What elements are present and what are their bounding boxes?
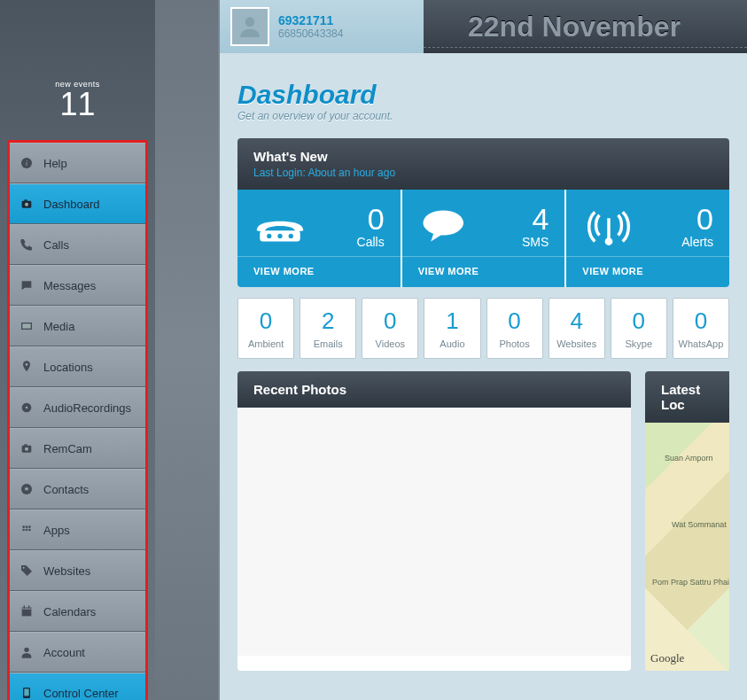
small-tile-label: Videos: [364, 338, 416, 349]
whats-new-header: What's New Last Login: About an hour ago: [237, 138, 729, 190]
tag-icon: [19, 563, 35, 579]
sidebar-item-media[interactable]: Media: [10, 306, 145, 346]
svg-point-25: [24, 648, 28, 652]
sidebar-item-label: Apps: [43, 524, 70, 537]
date-display: 22nd November: [424, 11, 747, 43]
map-place: Suan Amporn: [665, 454, 713, 463]
phone-big-icon: [253, 204, 307, 248]
sidebar-item-label: Control Center: [43, 687, 119, 700]
big-tile-number: 4: [522, 202, 549, 237]
message-icon: [19, 277, 35, 293]
svg-rect-27: [24, 688, 28, 696]
user-block[interactable]: 69321711 66850643384: [220, 0, 424, 53]
big-tile-number: 0: [357, 202, 385, 237]
svg-rect-23: [24, 605, 25, 608]
svg-point-28: [245, 17, 255, 27]
small-tile-label: Audio: [426, 338, 478, 349]
big-tile-number: 0: [681, 202, 713, 237]
user-sub: 66850643384: [278, 27, 343, 40]
small-tile-label: Photos: [489, 338, 541, 349]
sidebar-item-label: RemCam: [43, 442, 92, 455]
sidebar-item-messages[interactable]: Messages: [10, 265, 145, 306]
person-icon: [236, 12, 264, 41]
svg-rect-6: [22, 323, 30, 328]
big-tile-label: SMS: [522, 235, 549, 249]
small-tile-label: Emails: [302, 338, 354, 349]
sidebar-item-audiorecordings[interactable]: AudioRecordings: [10, 387, 145, 428]
whats-new-title: What's New: [253, 149, 328, 164]
apps-icon: [19, 522, 35, 538]
small-tile-label: Skype: [613, 338, 665, 349]
sidebar-item-label: Locations: [43, 361, 93, 374]
sidebar-item-label: Messages: [43, 279, 96, 292]
info-icon: i: [19, 155, 35, 171]
main-area: 69321711 66850643384 22nd November Dashb…: [218, 0, 747, 700]
sidebar-item-calendars[interactable]: Calendars: [10, 591, 145, 632]
svg-rect-12: [24, 444, 27, 446]
hero: Dashboard Get an overview of your accoun…: [220, 53, 747, 138]
small-tile-videos[interactable]: 0Videos: [362, 298, 418, 359]
sidebar-item-apps[interactable]: Apps: [10, 509, 145, 550]
sidebar-item-websites[interactable]: Websites: [10, 550, 145, 591]
view-more-link[interactable]: VIEW MORE: [566, 256, 729, 285]
svg-point-33: [423, 210, 463, 235]
svg-point-35: [607, 238, 611, 243]
map-attribution: Google: [650, 651, 684, 665]
phone-icon: [19, 237, 35, 253]
sidebar-item-control-center[interactable]: Control Center: [10, 673, 145, 700]
small-tiles-row: 0Ambient2Emails0Videos1Audio0Photos4Webs…: [237, 298, 729, 359]
disc-icon: [19, 400, 35, 416]
small-tile-number: 4: [551, 307, 603, 335]
person-icon: [19, 644, 35, 660]
sidebar-item-label: Media: [43, 320, 74, 333]
svg-point-31: [277, 233, 282, 237]
svg-point-20: [23, 567, 25, 569]
map-body[interactable]: Suan Amporn Wat Sommanat Pom Prap Sattru…: [645, 423, 729, 671]
sidebar-item-label: Contacts: [43, 483, 89, 496]
svg-rect-22: [22, 607, 32, 610]
small-tile-photos[interactable]: 0Photos: [486, 298, 543, 359]
sidebar-item-locations[interactable]: Locations: [10, 346, 145, 387]
svg-rect-24: [28, 605, 29, 608]
latest-location-header: Latest Loc: [645, 371, 729, 423]
sidebar-item-label: Calendars: [43, 605, 96, 618]
small-tile-number: 0: [675, 307, 727, 335]
map-place: Wat Sommanat: [672, 520, 727, 529]
svg-point-9: [26, 407, 28, 409]
contacts-icon: [19, 481, 35, 497]
page-title: Dashboard: [237, 80, 729, 110]
calendar-icon: [19, 603, 35, 619]
sidebar-item-calls[interactable]: Calls: [10, 224, 145, 265]
antenna-icon: [582, 204, 635, 248]
small-tile-audio[interactable]: 1Audio: [424, 298, 480, 359]
svg-point-7: [26, 363, 28, 366]
sidebar-item-label: AudioRecordings: [43, 401, 131, 415]
svg-point-11: [25, 447, 28, 451]
sidebar-item-label: Dashboard: [43, 198, 100, 211]
small-tile-skype[interactable]: 0Skype: [611, 298, 667, 359]
small-tile-number: 0: [240, 307, 292, 335]
small-tile-ambient[interactable]: 0Ambient: [237, 298, 294, 359]
big-tile-alerts[interactable]: 0AlertsVIEW MORE: [566, 190, 729, 287]
big-tiles-row: 0CallsVIEW MORE4SMSVIEW MORE0AlertsVIEW …: [237, 190, 729, 287]
sidebar-item-contacts[interactable]: Contacts: [10, 469, 145, 509]
small-tile-websites[interactable]: 4Websites: [549, 298, 605, 359]
sidebar-item-remcam[interactable]: RemCam: [10, 428, 145, 469]
view-more-link[interactable]: VIEW MORE: [237, 256, 401, 285]
device-icon: [19, 685, 35, 700]
svg-point-3: [25, 203, 28, 206]
big-tile-calls[interactable]: 0CallsVIEW MORE: [237, 190, 401, 287]
sidebar-item-help[interactable]: iHelp: [10, 143, 145, 183]
big-tile-label: Alerts: [681, 235, 713, 249]
recent-photos-header: Recent Photos: [237, 371, 631, 408]
small-tile-number: 2: [302, 307, 354, 335]
sidebar-item-account[interactable]: Account: [10, 632, 145, 673]
big-tile-sms[interactable]: 4SMSVIEW MORE: [402, 190, 565, 287]
sidebar-item-dashboard[interactable]: Dashboard: [10, 183, 145, 224]
media-icon: [19, 318, 35, 334]
small-tile-whatsapp[interactable]: 0WhatsApp: [673, 298, 729, 359]
last-login: Last Login: About an hour ago: [253, 167, 713, 179]
small-tile-emails[interactable]: 2Emails: [300, 298, 356, 359]
svg-point-17: [22, 529, 25, 532]
view-more-link[interactable]: VIEW MORE: [402, 256, 565, 285]
